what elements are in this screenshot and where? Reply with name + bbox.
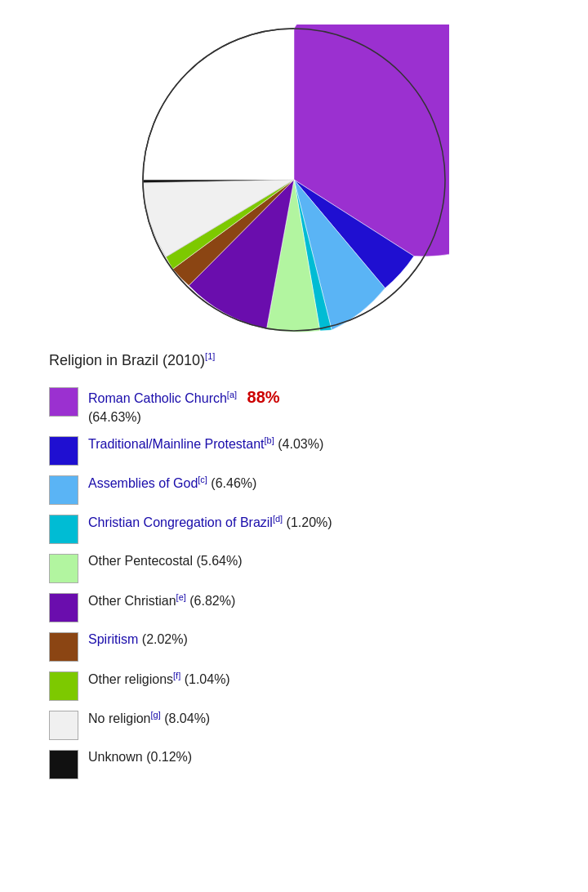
legend-link-christian-congregation[interactable]: Christian Congregation of Brazil <box>88 516 273 530</box>
legend-pct-other-religions: (1.04%) <box>185 673 230 687</box>
legend-text-other-christian: Other Christian[e] (6.82%) <box>88 591 235 611</box>
legend-link-spiritism[interactable]: Spiritism <box>88 632 138 646</box>
legend-color-other-pentecostal <box>49 554 78 583</box>
legend-pct-no-religion: (8.04%) <box>164 712 210 726</box>
legend-item-no-religion: No religion[g] (8.04%) <box>49 709 539 740</box>
legend-item-other-pentecostal: Other Pentecostal (5.64%) <box>49 552 539 583</box>
legend-text-other-pentecostal: Other Pentecostal (5.64%) <box>88 552 243 570</box>
legend-text-spiritism: Spiritism (2.02%) <box>88 631 188 649</box>
chart-container <box>0 0 588 351</box>
legend-label-other-religions: Other religions <box>88 673 173 687</box>
legend-label-other-pentecostal: Other Pentecostal (5.64%) <box>88 554 243 568</box>
chart-title-text: Religion in Brazil (2010) <box>49 352 205 368</box>
legend-text-assemblies: Assemblies of God[c] (6.46%) <box>88 474 256 493</box>
legend-text-other-religions: Other religions[f] (1.04%) <box>88 670 230 689</box>
legend-link-roman-catholic[interactable]: Roman Catholic Church <box>88 391 227 405</box>
legend-pct-assemblies: (6.46%) <box>211 477 256 491</box>
chart-title: Religion in Brazil (2010)[1] <box>49 351 539 369</box>
legend-label-unknown: Unknown (0.12%) <box>88 750 192 764</box>
legend-pct-roman-catholic: (64.63%) <box>88 410 141 424</box>
chart-title-ref: [1] <box>205 351 215 361</box>
legend-pct-other-christian: (6.82%) <box>189 595 235 609</box>
legend-item-spiritism: Spiritism (2.02%) <box>49 631 539 662</box>
legend-color-no-religion <box>49 711 78 740</box>
legend-pct-christian-congregation: (1.20%) <box>287 516 332 530</box>
legend-color-other-religions <box>49 671 78 701</box>
legend-item-roman-catholic: Roman Catholic Church[a] 88% (64.63%) <box>49 386 539 426</box>
legend-text-unknown: Unknown (0.12%) <box>88 748 192 766</box>
legend-color-protestant <box>49 436 78 466</box>
legend-link-protestant[interactable]: Traditional/Mainline Protestant <box>88 438 265 452</box>
legend-item-protestant: Traditional/Mainline Protestant[b] (4.03… <box>49 435 539 466</box>
legend-text-christian-congregation: Christian Congregation of Brazil[d] (1.2… <box>88 513 332 533</box>
legend-label-other-christian: Other Christian <box>88 595 176 609</box>
legend-item-other-religions: Other religions[f] (1.04%) <box>49 670 539 701</box>
legend-label-no-religion: No religion <box>88 712 150 726</box>
legend-link-assemblies[interactable]: Assemblies of God <box>88 477 198 491</box>
legend-item-other-christian: Other Christian[e] (6.82%) <box>49 591 539 622</box>
legend-text-roman-catholic: Roman Catholic Church[a] 88% (64.63%) <box>88 386 280 426</box>
pie-svg <box>139 25 449 335</box>
legend-text-no-religion: No religion[g] (8.04%) <box>88 709 210 729</box>
legend-color-christian-congregation <box>49 515 78 544</box>
legend-item-assemblies: Assemblies of God[c] (6.46%) <box>49 474 539 505</box>
legend-color-spiritism <box>49 632 78 662</box>
legend-color-assemblies <box>49 475 78 505</box>
legend-color-roman-catholic <box>49 387 78 417</box>
legend-text-protestant: Traditional/Mainline Protestant[b] (4.03… <box>88 435 323 454</box>
legend-pct-protestant: (4.03%) <box>278 438 323 452</box>
legend-color-other-christian <box>49 593 78 622</box>
pie-chart <box>139 25 449 335</box>
legend-item-christian-congregation: Christian Congregation of Brazil[d] (1.2… <box>49 513 539 544</box>
legend-item-unknown: Unknown (0.12%) <box>49 748 539 779</box>
legend-section: Religion in Brazil (2010)[1] Roman Catho… <box>0 351 588 820</box>
legend-highlight-roman-catholic: 88% <box>247 388 280 406</box>
legend-color-unknown <box>49 750 78 779</box>
legend-pct-spiritism: (2.02%) <box>142 632 188 646</box>
